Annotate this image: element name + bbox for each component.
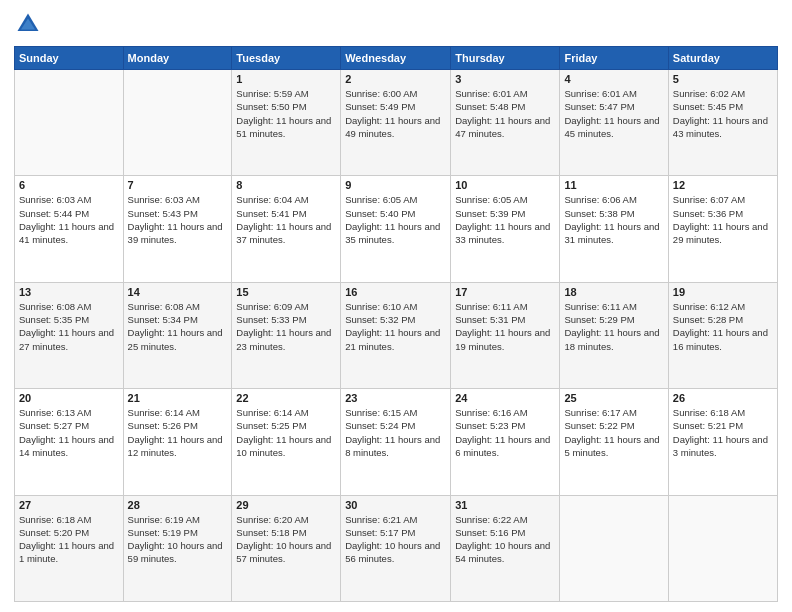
calendar-cell: 16Sunrise: 6:10 AM Sunset: 5:32 PM Dayli… xyxy=(341,282,451,388)
weekday-thursday: Thursday xyxy=(451,47,560,70)
calendar-cell: 31Sunrise: 6:22 AM Sunset: 5:16 PM Dayli… xyxy=(451,495,560,601)
calendar-cell: 15Sunrise: 6:09 AM Sunset: 5:33 PM Dayli… xyxy=(232,282,341,388)
cell-content: Sunrise: 6:00 AM Sunset: 5:49 PM Dayligh… xyxy=(345,87,446,140)
day-number: 9 xyxy=(345,179,446,191)
day-number: 21 xyxy=(128,392,228,404)
cell-content: Sunrise: 6:05 AM Sunset: 5:39 PM Dayligh… xyxy=(455,193,555,246)
calendar-week-2: 6Sunrise: 6:03 AM Sunset: 5:44 PM Daylig… xyxy=(15,176,778,282)
day-number: 3 xyxy=(455,73,555,85)
day-number: 4 xyxy=(564,73,663,85)
weekday-sunday: Sunday xyxy=(15,47,124,70)
day-number: 2 xyxy=(345,73,446,85)
cell-content: Sunrise: 6:16 AM Sunset: 5:23 PM Dayligh… xyxy=(455,406,555,459)
calendar-cell: 22Sunrise: 6:14 AM Sunset: 5:25 PM Dayli… xyxy=(232,389,341,495)
weekday-wednesday: Wednesday xyxy=(341,47,451,70)
cell-content: Sunrise: 6:04 AM Sunset: 5:41 PM Dayligh… xyxy=(236,193,336,246)
calendar-cell: 25Sunrise: 6:17 AM Sunset: 5:22 PM Dayli… xyxy=(560,389,668,495)
calendar-cell: 24Sunrise: 6:16 AM Sunset: 5:23 PM Dayli… xyxy=(451,389,560,495)
calendar-week-5: 27Sunrise: 6:18 AM Sunset: 5:20 PM Dayli… xyxy=(15,495,778,601)
calendar-cell: 14Sunrise: 6:08 AM Sunset: 5:34 PM Dayli… xyxy=(123,282,232,388)
cell-content: Sunrise: 6:11 AM Sunset: 5:29 PM Dayligh… xyxy=(564,300,663,353)
day-number: 13 xyxy=(19,286,119,298)
calendar-cell: 11Sunrise: 6:06 AM Sunset: 5:38 PM Dayli… xyxy=(560,176,668,282)
cell-content: Sunrise: 6:15 AM Sunset: 5:24 PM Dayligh… xyxy=(345,406,446,459)
cell-content: Sunrise: 6:19 AM Sunset: 5:19 PM Dayligh… xyxy=(128,513,228,566)
weekday-row: SundayMondayTuesdayWednesdayThursdayFrid… xyxy=(15,47,778,70)
cell-content: Sunrise: 6:05 AM Sunset: 5:40 PM Dayligh… xyxy=(345,193,446,246)
calendar-cell: 7Sunrise: 6:03 AM Sunset: 5:43 PM Daylig… xyxy=(123,176,232,282)
weekday-friday: Friday xyxy=(560,47,668,70)
calendar-cell: 12Sunrise: 6:07 AM Sunset: 5:36 PM Dayli… xyxy=(668,176,777,282)
cell-content: Sunrise: 6:08 AM Sunset: 5:34 PM Dayligh… xyxy=(128,300,228,353)
cell-content: Sunrise: 6:13 AM Sunset: 5:27 PM Dayligh… xyxy=(19,406,119,459)
weekday-saturday: Saturday xyxy=(668,47,777,70)
day-number: 31 xyxy=(455,499,555,511)
cell-content: Sunrise: 5:59 AM Sunset: 5:50 PM Dayligh… xyxy=(236,87,336,140)
calendar-cell: 9Sunrise: 6:05 AM Sunset: 5:40 PM Daylig… xyxy=(341,176,451,282)
cell-content: Sunrise: 6:14 AM Sunset: 5:25 PM Dayligh… xyxy=(236,406,336,459)
calendar-cell: 27Sunrise: 6:18 AM Sunset: 5:20 PM Dayli… xyxy=(15,495,124,601)
cell-content: Sunrise: 6:12 AM Sunset: 5:28 PM Dayligh… xyxy=(673,300,773,353)
calendar-cell: 28Sunrise: 6:19 AM Sunset: 5:19 PM Dayli… xyxy=(123,495,232,601)
calendar-table: SundayMondayTuesdayWednesdayThursdayFrid… xyxy=(14,46,778,602)
cell-content: Sunrise: 6:22 AM Sunset: 5:16 PM Dayligh… xyxy=(455,513,555,566)
day-number: 23 xyxy=(345,392,446,404)
weekday-monday: Monday xyxy=(123,47,232,70)
cell-content: Sunrise: 6:08 AM Sunset: 5:35 PM Dayligh… xyxy=(19,300,119,353)
calendar-cell: 29Sunrise: 6:20 AM Sunset: 5:18 PM Dayli… xyxy=(232,495,341,601)
day-number: 7 xyxy=(128,179,228,191)
day-number: 19 xyxy=(673,286,773,298)
calendar-cell: 26Sunrise: 6:18 AM Sunset: 5:21 PM Dayli… xyxy=(668,389,777,495)
calendar-body: 1Sunrise: 5:59 AM Sunset: 5:50 PM Daylig… xyxy=(15,70,778,602)
calendar-cell: 21Sunrise: 6:14 AM Sunset: 5:26 PM Dayli… xyxy=(123,389,232,495)
calendar-cell xyxy=(123,70,232,176)
day-number: 5 xyxy=(673,73,773,85)
cell-content: Sunrise: 6:06 AM Sunset: 5:38 PM Dayligh… xyxy=(564,193,663,246)
day-number: 12 xyxy=(673,179,773,191)
logo-icon xyxy=(14,10,42,38)
cell-content: Sunrise: 6:17 AM Sunset: 5:22 PM Dayligh… xyxy=(564,406,663,459)
calendar-cell: 4Sunrise: 6:01 AM Sunset: 5:47 PM Daylig… xyxy=(560,70,668,176)
day-number: 24 xyxy=(455,392,555,404)
day-number: 26 xyxy=(673,392,773,404)
calendar-cell: 30Sunrise: 6:21 AM Sunset: 5:17 PM Dayli… xyxy=(341,495,451,601)
calendar-cell: 23Sunrise: 6:15 AM Sunset: 5:24 PM Dayli… xyxy=(341,389,451,495)
cell-content: Sunrise: 6:14 AM Sunset: 5:26 PM Dayligh… xyxy=(128,406,228,459)
calendar-week-1: 1Sunrise: 5:59 AM Sunset: 5:50 PM Daylig… xyxy=(15,70,778,176)
cell-content: Sunrise: 6:09 AM Sunset: 5:33 PM Dayligh… xyxy=(236,300,336,353)
weekday-tuesday: Tuesday xyxy=(232,47,341,70)
cell-content: Sunrise: 6:01 AM Sunset: 5:47 PM Dayligh… xyxy=(564,87,663,140)
calendar-header: SundayMondayTuesdayWednesdayThursdayFrid… xyxy=(15,47,778,70)
day-number: 1 xyxy=(236,73,336,85)
cell-content: Sunrise: 6:10 AM Sunset: 5:32 PM Dayligh… xyxy=(345,300,446,353)
calendar-cell: 13Sunrise: 6:08 AM Sunset: 5:35 PM Dayli… xyxy=(15,282,124,388)
calendar-cell: 5Sunrise: 6:02 AM Sunset: 5:45 PM Daylig… xyxy=(668,70,777,176)
calendar-cell: 10Sunrise: 6:05 AM Sunset: 5:39 PM Dayli… xyxy=(451,176,560,282)
cell-content: Sunrise: 6:18 AM Sunset: 5:21 PM Dayligh… xyxy=(673,406,773,459)
cell-content: Sunrise: 6:03 AM Sunset: 5:43 PM Dayligh… xyxy=(128,193,228,246)
cell-content: Sunrise: 6:18 AM Sunset: 5:20 PM Dayligh… xyxy=(19,513,119,566)
cell-content: Sunrise: 6:03 AM Sunset: 5:44 PM Dayligh… xyxy=(19,193,119,246)
logo xyxy=(14,10,46,38)
calendar-cell: 1Sunrise: 5:59 AM Sunset: 5:50 PM Daylig… xyxy=(232,70,341,176)
day-number: 22 xyxy=(236,392,336,404)
day-number: 14 xyxy=(128,286,228,298)
day-number: 27 xyxy=(19,499,119,511)
day-number: 16 xyxy=(345,286,446,298)
day-number: 25 xyxy=(564,392,663,404)
cell-content: Sunrise: 6:11 AM Sunset: 5:31 PM Dayligh… xyxy=(455,300,555,353)
calendar-cell: 3Sunrise: 6:01 AM Sunset: 5:48 PM Daylig… xyxy=(451,70,560,176)
day-number: 11 xyxy=(564,179,663,191)
cell-content: Sunrise: 6:01 AM Sunset: 5:48 PM Dayligh… xyxy=(455,87,555,140)
day-number: 30 xyxy=(345,499,446,511)
calendar-week-3: 13Sunrise: 6:08 AM Sunset: 5:35 PM Dayli… xyxy=(15,282,778,388)
cell-content: Sunrise: 6:02 AM Sunset: 5:45 PM Dayligh… xyxy=(673,87,773,140)
day-number: 10 xyxy=(455,179,555,191)
header xyxy=(14,10,778,38)
cell-content: Sunrise: 6:21 AM Sunset: 5:17 PM Dayligh… xyxy=(345,513,446,566)
calendar-cell: 8Sunrise: 6:04 AM Sunset: 5:41 PM Daylig… xyxy=(232,176,341,282)
calendar-cell xyxy=(15,70,124,176)
calendar-cell xyxy=(668,495,777,601)
day-number: 8 xyxy=(236,179,336,191)
page: SundayMondayTuesdayWednesdayThursdayFrid… xyxy=(0,0,792,612)
